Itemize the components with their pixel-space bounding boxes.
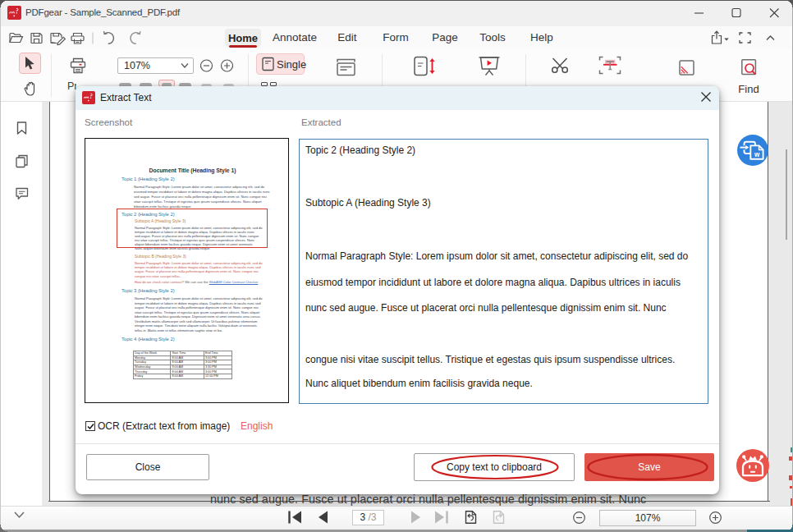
svg-text:w: w: [754, 151, 760, 158]
